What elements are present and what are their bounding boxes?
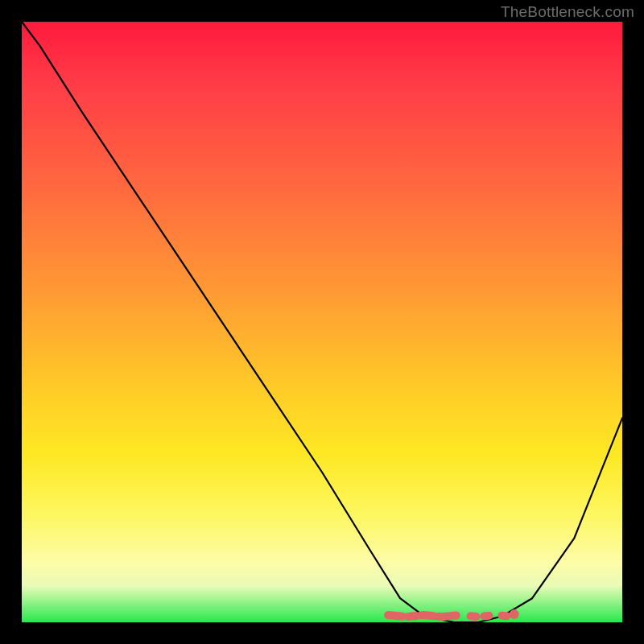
flat-region-marker xyxy=(388,615,514,617)
curve-svg xyxy=(22,22,622,622)
chart-container: TheBottleneck.com xyxy=(0,0,644,644)
attribution-text: TheBottleneck.com xyxy=(501,3,634,21)
bottleneck-curve xyxy=(22,22,622,622)
flat-region-end-dot xyxy=(510,609,519,619)
plot-area xyxy=(22,22,622,622)
